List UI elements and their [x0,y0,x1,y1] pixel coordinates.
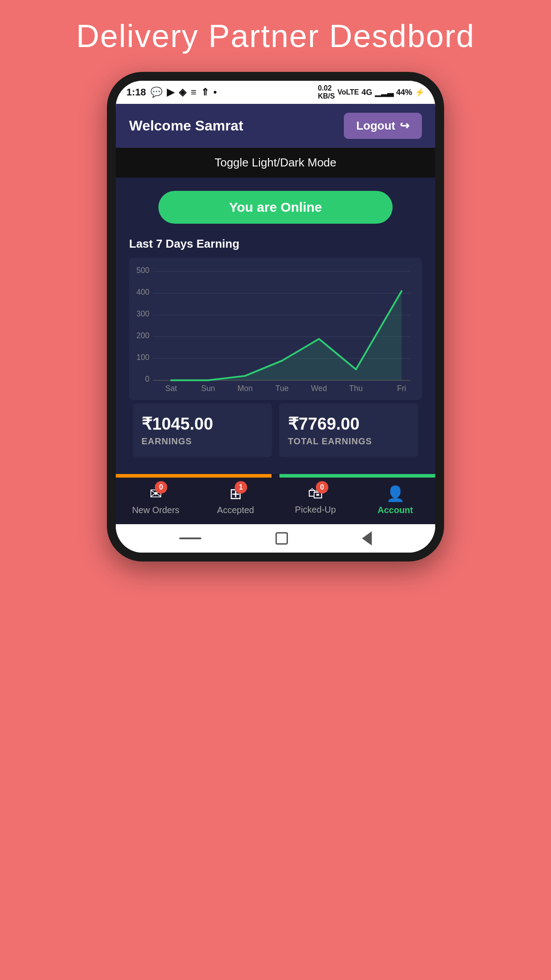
battery-display: 44% [396,88,412,97]
logout-label: Logout [356,119,395,133]
earnings-label: EARNINGS [142,436,263,447]
picked-up-badge: 0 [316,481,328,494]
arrow-icon: ⇑ [201,87,209,98]
svg-text:Thu: Thu [349,384,362,393]
chart-container: 500 400 300 200 100 0 [129,258,422,400]
data-speed: 0.02KB/S [318,84,335,100]
nav-item-accepted[interactable]: ⊞ 1 Accepted [209,485,262,515]
accepted-label: Accepted [217,505,254,515]
svg-text:Sun: Sun [201,384,215,393]
total-earnings-label: TOTAL EARNINGS [288,436,409,447]
system-navigation-bar [116,524,435,553]
toggle-bar[interactable]: Toggle Light/Dark Mode [116,148,435,178]
total-earnings-card: ₹7769.00 TOTAL EARNINGS [279,403,418,457]
nav-bar-orange [116,474,272,478]
signal-icon: ◈ [179,87,186,98]
network-icon: 4G [362,88,372,97]
nav-bar-divider [272,474,279,478]
volte-icon: VoLTE [338,88,359,96]
earnings-row: ₹1045.00 EARNINGS ₹7769.00 TOTAL EARNING… [129,400,422,461]
svg-text:Fri: Fri [397,384,406,393]
nav-item-account[interactable]: 👤 Account [369,485,422,515]
svg-text:Wed: Wed [311,384,327,393]
page-title: Delivery Partner Desdbord [76,18,475,54]
main-content: You are Online Last 7 Days Earning 500 4… [116,178,435,474]
account-icon-wrap: 👤 [386,485,405,502]
svg-text:400: 400 [136,288,150,296]
accepted-badge: 1 [235,481,247,494]
earnings-card: ₹1045.00 EARNINGS [133,403,272,457]
phone-screen: 1:18 💬 ▶ ◈ ≡ ⇑ • 0.02KB/S VoLTE 4G ▁▂▃ 4… [116,81,435,553]
svg-marker-13 [171,291,401,380]
bottom-navigation: ✉ 0 New Orders ⊞ 1 Accepted 🛍 0 [116,474,435,524]
lightning-icon: ⚡ [415,87,425,97]
picked-up-icon-wrap: 🛍 0 [308,485,323,502]
nav-item-picked-up[interactable]: 🛍 0 Picked-Up [289,485,342,515]
online-button-label: You are Online [229,200,322,214]
chart-section: Last 7 Days Earning 500 400 300 200 100 … [129,237,422,400]
logout-icon: ↪ [400,119,409,133]
misc-icon: ≡ [191,87,197,98]
nav-bar-green [279,474,435,478]
whatsapp-icon: 💬 [150,87,162,98]
earnings-amount: ₹1045.00 [142,414,263,434]
new-orders-icon-wrap: ✉ 0 [150,485,162,502]
welcome-text: Welcome Samrat [129,118,243,134]
svg-text:Tue: Tue [276,384,289,393]
account-icon: 👤 [386,485,405,502]
app-header: Welcome Samrat Logout ↪ [116,104,435,148]
youtube-icon: ▶ [167,87,174,98]
nav-items: ✉ 0 New Orders ⊞ 1 Accepted 🛍 0 [116,478,435,524]
chart-title: Last 7 Days Earning [129,237,422,251]
dot-icon: • [213,87,217,98]
account-label: Account [378,505,413,515]
home-button[interactable] [276,532,288,545]
new-orders-badge: 0 [155,481,167,494]
svg-text:0: 0 [145,375,150,383]
svg-text:200: 200 [136,331,150,340]
signal-bars: ▁▂▃ [375,87,394,97]
online-button[interactable]: You are Online [158,191,393,224]
svg-text:100: 100 [136,353,150,362]
nav-indicator-bar [116,474,435,478]
recent-apps-button[interactable] [179,537,201,539]
earnings-chart: 500 400 300 200 100 0 [134,265,417,395]
new-orders-label: New Orders [132,505,180,515]
svg-text:300: 300 [136,309,150,318]
logout-button[interactable]: Logout ↪ [344,113,422,139]
status-bar: 1:18 💬 ▶ ◈ ≡ ⇑ • 0.02KB/S VoLTE 4G ▁▂▃ 4… [116,81,435,104]
accepted-icon-wrap: ⊞ 1 [229,485,242,502]
picked-up-label: Picked-Up [295,505,336,515]
back-button[interactable] [362,531,372,545]
phone-frame: 1:18 💬 ▶ ◈ ≡ ⇑ • 0.02KB/S VoLTE 4G ▁▂▃ 4… [107,72,444,561]
svg-text:500: 500 [136,266,150,275]
toggle-label: Toggle Light/Dark Mode [215,156,337,169]
time-display: 1:18 [126,87,146,98]
total-earnings-amount: ₹7769.00 [288,414,409,434]
svg-text:Sat: Sat [165,384,177,393]
nav-item-new-orders[interactable]: ✉ 0 New Orders [129,485,182,515]
svg-text:Mon: Mon [237,384,252,393]
